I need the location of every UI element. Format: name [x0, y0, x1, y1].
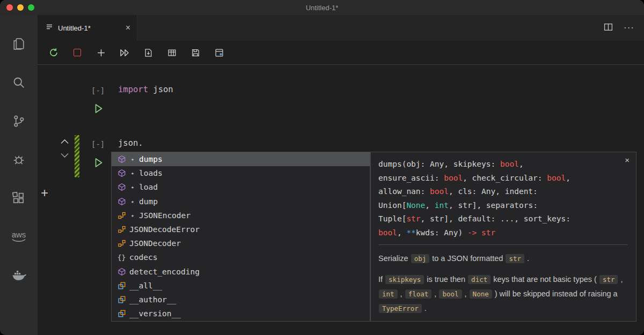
aws-smile-icon [11, 239, 26, 243]
zoom-window-button[interactable] [28, 4, 34, 11]
suggest-widget: ★dumps★loads★load★dump★JSONEncoderJSONDe… [111, 152, 370, 322]
sidebar-item-aws[interactable]: aws [0, 218, 38, 256]
export-icon[interactable] [143, 47, 153, 58]
sidebar-item-source-control[interactable] [0, 102, 38, 140]
symbol-class-icon [117, 211, 126, 220]
suggest-item-__author__[interactable]: __author__ [112, 293, 370, 307]
suggest-item-__all__[interactable]: __all__ [112, 279, 370, 293]
suggest-doc-popup: × dumps(obj: Any, skipkeys: bool,ensure_… [370, 152, 636, 322]
code-line-import-json[interactable]: import json [118, 85, 173, 94]
close-icon[interactable]: × [625, 155, 630, 165]
fold-marker-cell-2[interactable]: [-] [91, 140, 105, 148]
symbol-method-icon [117, 155, 126, 163]
expand-cell-icon[interactable] [60, 150, 69, 160]
more-actions-icon[interactable]: ··· [624, 25, 634, 31]
tab-close-icon[interactable]: × [125, 24, 131, 32]
sidebar-item-search[interactable] [0, 63, 38, 102]
inline-code: str [599, 275, 618, 284]
suggest-item-label: dump [139, 197, 158, 206]
extensions-icon [11, 191, 26, 206]
notebook-toolbar [38, 41, 644, 65]
sidebar-item-extensions[interactable] [0, 179, 38, 218]
suggest-item-codecs[interactable]: {}codecs [112, 250, 370, 264]
aws-icon: aws [12, 231, 26, 239]
code-token: json [148, 85, 173, 94]
suggest-item-__version__[interactable]: __version__ [112, 307, 370, 321]
window-title: Untitled-1* [0, 4, 644, 12]
window-controls [6, 4, 34, 11]
split-editor-icon[interactable] [604, 23, 613, 34]
star-icon: ★ [129, 184, 136, 190]
editor[interactable]: [-] import json [-] json. + ★dumps★loads… [38, 65, 644, 335]
signature-line: Union[None, int, str], separators: [378, 199, 627, 213]
suggest-item-loads[interactable]: ★loads [112, 166, 370, 180]
suggest-item-dump[interactable]: ★dump [112, 195, 370, 209]
interrupt-icon[interactable] [72, 47, 83, 58]
suggest-item-JSONDecodeError[interactable]: JSONDecodeError [112, 222, 370, 236]
inline-code: bool [439, 289, 462, 299]
star-icon: ★ [129, 170, 136, 176]
symbol-variable-icon [117, 281, 126, 290]
titlebar: Untitled-1* [0, 0, 644, 15]
run-cell-1-icon[interactable] [94, 103, 103, 116]
suggest-item-JSONDecoder[interactable]: JSONDecoder [112, 236, 370, 250]
signature-line: Tuple[str, str], default: ..., sort_keys… [378, 212, 627, 226]
suggest-item-dumps[interactable]: ★dumps [112, 152, 370, 166]
add-cell-icon[interactable] [96, 47, 106, 58]
suggest-item-JSONEncoder[interactable]: ★JSONEncoder [112, 209, 370, 222]
sidebar-item-run-debug[interactable] [0, 140, 38, 179]
symbol-variable-icon [117, 309, 126, 318]
fold-marker-cell-1[interactable]: [-] [91, 86, 105, 95]
suggest-item-label: JSONDecoder [129, 239, 181, 248]
symbol-variable-icon [117, 295, 126, 304]
doc-paragraph: Serialize obj to a JSON formatted str . [378, 251, 627, 266]
add-cell-inline-icon[interactable]: + [41, 187, 48, 199]
activity-bar: aws [0, 15, 38, 335]
symbol-method-icon [117, 169, 126, 177]
sidebar-item-explorer[interactable] [0, 25, 38, 63]
symbol-method-icon [117, 197, 126, 206]
inline-code: None [470, 289, 492, 299]
close-window-button[interactable] [6, 4, 13, 11]
interactive-window-icon[interactable] [214, 47, 224, 58]
inline-code: int [379, 289, 398, 299]
suggest-item-label: codecs [129, 253, 157, 262]
signature-line: allow_nan: bool, cls: Any, indent: [378, 185, 627, 199]
symbol-class-icon [117, 239, 126, 248]
search-icon [11, 75, 26, 90]
suggest-item-label: __version__ [129, 309, 181, 318]
star-icon: ★ [129, 199, 136, 204]
signature-line: ensure_ascii: bool, check_circular: bool… [378, 172, 627, 185]
sidebar-item-docker[interactable] [0, 256, 38, 295]
suggest-item-label: dumps [139, 155, 163, 163]
doc-divider [378, 244, 627, 245]
suggest-item-load[interactable]: ★load [112, 180, 370, 194]
symbol-method-icon [117, 183, 126, 191]
suggest-item-label: loads [139, 169, 163, 177]
symbol-method-icon [117, 267, 126, 276]
star-icon: ★ [129, 157, 136, 162]
inline-code: TypeError [379, 304, 422, 313]
code-line-json-dot[interactable]: json. [118, 138, 143, 148]
signature-line: bool, **kwds: Any) -> str [378, 226, 627, 240]
run-all-icon[interactable] [119, 47, 130, 58]
signature: dumps(obj: Any, skipkeys: bool,ensure_as… [378, 158, 627, 240]
save-icon[interactable] [190, 47, 201, 58]
interactive-window-tab-icon [45, 23, 54, 33]
tab-label: Untitled-1* [58, 24, 120, 32]
inline-code: dict [468, 275, 491, 284]
suggest-item-detect_encoding[interactable]: detect_encoding [112, 265, 370, 279]
signature-line: dumps(obj: Any, skipkeys: bool, [378, 158, 627, 172]
files-icon [11, 36, 26, 51]
collapse-cell-icon[interactable] [60, 136, 69, 146]
variable-explorer-icon[interactable] [166, 47, 177, 58]
suggest-list: ★dumps★loads★load★dump★JSONEncoderJSONDe… [112, 152, 370, 321]
tab-untitled-1[interactable]: Untitled-1* × [38, 15, 137, 41]
run-cell-2-icon[interactable] [94, 158, 103, 170]
suggest-item-label: load [139, 183, 158, 191]
doc-paragraphs: Serialize obj to a JSON formatted str .I… [378, 251, 627, 316]
inline-code: skipkeys [385, 275, 424, 284]
restart-icon[interactable] [48, 47, 59, 58]
git-branch-icon [11, 114, 26, 129]
minimize-window-button[interactable] [17, 4, 24, 11]
